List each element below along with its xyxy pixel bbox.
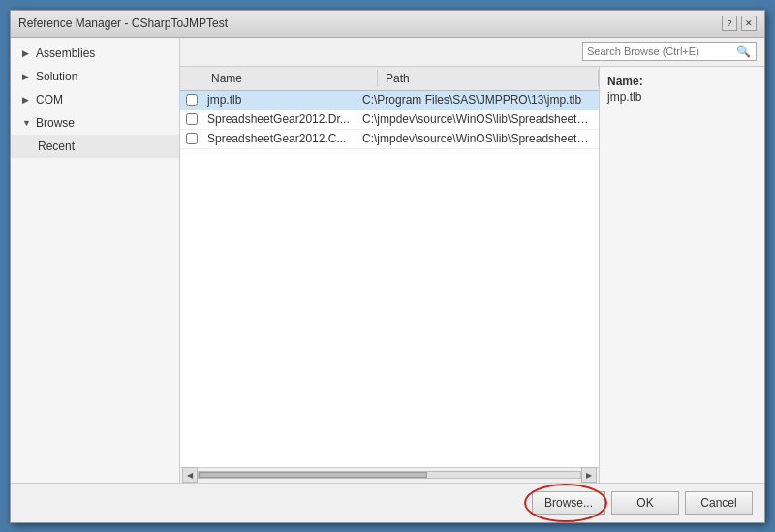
checkbox-spreadsheetgear-c[interactable]: [186, 133, 198, 144]
cancel-button[interactable]: Cancel: [685, 491, 753, 515]
sidebar-label-solution: Solution: [36, 70, 78, 83]
scroll-thumb[interactable]: [199, 472, 427, 478]
file-path-3: C:\jmpdev\source\WinOS\lib\SpreadsheetGe…: [355, 130, 599, 147]
dialog-body: ▶ Assemblies ▶ Solution ▶ COM ▼ Browse R…: [11, 38, 764, 483]
file-row[interactable]: SpreadsheetGear2012.Dr... C:\jmpdev\sour…: [180, 110, 599, 130]
browse-button[interactable]: Browse...: [532, 491, 605, 515]
scroll-left-arrow[interactable]: ◀: [182, 467, 198, 483]
file-list-header: Name Path: [180, 67, 599, 91]
ok-button[interactable]: OK: [611, 491, 679, 515]
file-name-3: SpreadsheetGear2012.C...: [203, 130, 355, 147]
sidebar-label-browse: Browse: [36, 116, 75, 130]
sidebar-item-com[interactable]: ▶ COM: [11, 88, 179, 111]
checkbox-jmp-tlb[interactable]: [186, 94, 198, 106]
expand-arrow-com: ▶: [22, 95, 32, 105]
scroll-track[interactable]: [198, 471, 581, 479]
help-button[interactable]: ?: [722, 16, 737, 31]
row-checkbox-2[interactable]: [180, 111, 203, 127]
title-bar-buttons: ? ✕: [722, 16, 757, 31]
file-list-body: jmp.tlb C:\Program Files\SAS\JMPPRO\13\j…: [180, 91, 599, 467]
file-name-1: jmp.tlb: [203, 91, 355, 109]
title-bar-text: Reference Manager - CSharpToJMPTest: [18, 16, 228, 30]
column-header-name: Name: [203, 70, 378, 87]
file-path-1: C:\Program Files\SAS\JMPPRO\13\jmp.tlb: [355, 91, 599, 109]
search-icon: 🔍: [733, 45, 753, 58]
file-row[interactable]: SpreadsheetGear2012.C... C:\jmpdev\sourc…: [180, 130, 599, 149]
sidebar-item-recent[interactable]: Recent: [11, 135, 179, 158]
sidebar-item-assemblies[interactable]: ▶ Assemblies: [11, 42, 179, 65]
footer: Browse... OK Cancel: [11, 483, 764, 522]
checkbox-spreadsheetgear-dr[interactable]: [186, 113, 198, 125]
close-button[interactable]: ✕: [741, 16, 757, 31]
search-bar: 🔍: [180, 38, 764, 67]
sidebar-label-assemblies: Assemblies: [36, 47, 95, 60]
sidebar-label-recent: Recent: [38, 140, 75, 153]
horizontal-scrollbar[interactable]: ◀ ▶: [180, 467, 599, 483]
row-checkbox-1[interactable]: [180, 92, 203, 108]
file-path-2: C:\jmpdev\source\WinOS\lib\SpreadsheetGe…: [355, 110, 599, 128]
detail-pane: Name: jmp.tlb: [600, 67, 764, 483]
sidebar-item-browse[interactable]: ▼ Browse: [11, 111, 179, 135]
sidebar-item-solution[interactable]: ▶ Solution: [11, 65, 179, 88]
file-name-2: SpreadsheetGear2012.Dr...: [203, 110, 355, 128]
column-header-path: Path: [378, 70, 599, 87]
dialog-window: Reference Manager - CSharpToJMPTest ? ✕ …: [10, 10, 765, 523]
expand-arrow-solution: ▶: [22, 72, 32, 81]
sidebar-label-com: COM: [36, 93, 63, 107]
row-checkbox-3[interactable]: [180, 131, 203, 146]
detail-label: Name:: [607, 75, 757, 88]
file-list-pane: Name Path jmp.tlb C:\Program Files\SAS\J…: [180, 67, 600, 483]
search-input[interactable]: [583, 46, 733, 57]
file-row[interactable]: jmp.tlb C:\Program Files\SAS\JMPPRO\13\j…: [180, 91, 599, 110]
main-content: 🔍 Name Path: [180, 38, 764, 483]
content-panes: Name Path jmp.tlb C:\Program Files\SAS\J…: [180, 67, 764, 483]
detail-value: jmp.tlb: [607, 90, 757, 104]
expand-arrow-browse: ▼: [22, 118, 32, 128]
title-bar: Reference Manager - CSharpToJMPTest ? ✕: [11, 11, 764, 38]
scroll-right-arrow[interactable]: ▶: [581, 467, 597, 483]
sidebar: ▶ Assemblies ▶ Solution ▶ COM ▼ Browse R…: [11, 38, 180, 483]
search-input-wrapper[interactable]: 🔍: [582, 42, 757, 61]
expand-arrow-assemblies: ▶: [22, 48, 32, 58]
